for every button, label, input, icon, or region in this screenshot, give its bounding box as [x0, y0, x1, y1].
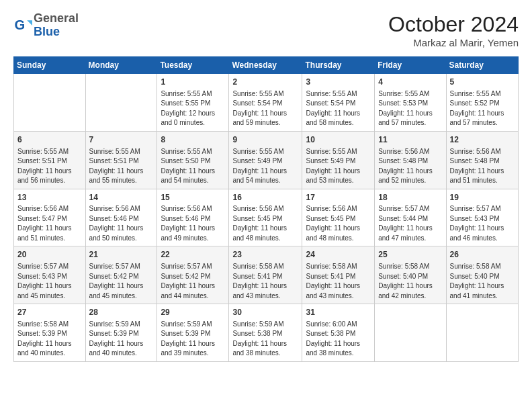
day-info: Sunrise: 5:58 AM Sunset: 5:41 PM Dayligh…: [232, 262, 298, 301]
day-number: 23: [232, 249, 298, 261]
calendar-cell: 31Sunrise: 6:00 AM Sunset: 5:38 PM Dayli…: [302, 304, 375, 362]
day-number: 15: [161, 192, 225, 203]
day-info: Sunrise: 5:56 AM Sunset: 5:48 PM Dayligh…: [450, 147, 515, 186]
calendar-cell: 5Sunrise: 5:55 AM Sunset: 5:52 PM Daylig…: [446, 74, 518, 132]
calendar-cell: 26Sunrise: 5:58 AM Sunset: 5:40 PM Dayli…: [446, 246, 518, 304]
day-number: 27: [17, 307, 82, 318]
day-number: 8: [161, 134, 225, 146]
calendar-week-row: 1Sunrise: 5:55 AM Sunset: 5:55 PM Daylig…: [14, 74, 519, 132]
day-number: 7: [89, 134, 154, 146]
calendar-cell: 24Sunrise: 5:58 AM Sunset: 5:41 PM Dayli…: [302, 246, 375, 304]
day-info: Sunrise: 5:56 AM Sunset: 5:46 PM Dayligh…: [89, 204, 154, 243]
svg-text:G: G: [15, 17, 26, 32]
calendar-cell: 30Sunrise: 5:59 AM Sunset: 5:38 PM Dayli…: [229, 304, 302, 362]
calendar-cell: 3Sunrise: 5:55 AM Sunset: 5:54 PM Daylig…: [302, 74, 375, 132]
day-info: Sunrise: 5:57 AM Sunset: 5:43 PM Dayligh…: [17, 262, 82, 301]
day-number: 28: [89, 307, 154, 318]
day-info: Sunrise: 5:59 AM Sunset: 5:38 PM Dayligh…: [232, 320, 298, 359]
day-number: 21: [89, 249, 154, 261]
calendar-cell: 14Sunrise: 5:56 AM Sunset: 5:46 PM Dayli…: [85, 189, 157, 246]
day-info: Sunrise: 5:55 AM Sunset: 5:51 PM Dayligh…: [89, 147, 154, 186]
calendar-cell: 21Sunrise: 5:57 AM Sunset: 5:42 PM Dayli…: [85, 246, 157, 304]
day-of-week-header: Saturday: [446, 57, 518, 74]
day-info: Sunrise: 5:56 AM Sunset: 5:47 PM Dayligh…: [17, 204, 82, 243]
day-info: Sunrise: 5:55 AM Sunset: 5:52 PM Dayligh…: [450, 89, 515, 128]
day-number: 30: [232, 307, 298, 318]
calendar-cell: 15Sunrise: 5:56 AM Sunset: 5:46 PM Dayli…: [157, 189, 229, 246]
day-info: Sunrise: 5:55 AM Sunset: 5:54 PM Dayligh…: [306, 89, 371, 128]
day-info: Sunrise: 5:55 AM Sunset: 5:55 PM Dayligh…: [161, 89, 225, 128]
day-info: Sunrise: 5:59 AM Sunset: 5:39 PM Dayligh…: [89, 320, 154, 359]
day-of-week-header: Tuesday: [157, 57, 229, 74]
calendar-cell: [85, 74, 157, 132]
day-of-week-header: Thursday: [302, 57, 375, 74]
calendar-cell: 2Sunrise: 5:55 AM Sunset: 5:54 PM Daylig…: [229, 74, 302, 132]
subtitle: Markaz al Marir, Yemen: [388, 37, 519, 48]
day-of-week-header: Sunday: [14, 57, 86, 74]
day-number: 11: [378, 134, 442, 146]
calendar-week-row: 13Sunrise: 5:56 AM Sunset: 5:47 PM Dayli…: [14, 189, 519, 246]
day-info: Sunrise: 5:56 AM Sunset: 5:46 PM Dayligh…: [161, 204, 225, 243]
calendar-cell: 6Sunrise: 5:55 AM Sunset: 5:51 PM Daylig…: [14, 131, 86, 189]
day-number: 24: [306, 249, 371, 261]
day-info: Sunrise: 5:57 AM Sunset: 5:44 PM Dayligh…: [378, 204, 442, 243]
calendar-cell: 10Sunrise: 5:55 AM Sunset: 5:49 PM Dayli…: [302, 131, 375, 189]
day-number: 16: [232, 192, 298, 203]
calendar-cell: [446, 304, 518, 362]
calendar-cell: [14, 74, 86, 132]
day-number: 5: [450, 77, 515, 88]
day-number: 31: [306, 307, 371, 318]
day-of-week-header: Wednesday: [229, 57, 302, 74]
day-info: Sunrise: 5:58 AM Sunset: 5:41 PM Dayligh…: [306, 262, 371, 301]
calendar-cell: 29Sunrise: 5:59 AM Sunset: 5:39 PM Dayli…: [157, 304, 229, 362]
calendar-cell: 18Sunrise: 5:57 AM Sunset: 5:44 PM Dayli…: [375, 189, 446, 246]
day-of-week-header: Monday: [85, 57, 157, 74]
calendar-cell: 19Sunrise: 5:57 AM Sunset: 5:43 PM Dayli…: [446, 189, 518, 246]
day-number: 2: [232, 77, 298, 88]
day-info: Sunrise: 5:57 AM Sunset: 5:42 PM Dayligh…: [161, 262, 225, 301]
calendar-cell: [375, 304, 446, 362]
calendar-cell: 28Sunrise: 5:59 AM Sunset: 5:39 PM Dayli…: [85, 304, 157, 362]
day-info: Sunrise: 5:56 AM Sunset: 5:48 PM Dayligh…: [378, 147, 442, 186]
logo-blue: Blue: [34, 25, 60, 38]
day-info: Sunrise: 5:57 AM Sunset: 5:43 PM Dayligh…: [450, 204, 515, 243]
day-info: Sunrise: 5:59 AM Sunset: 5:39 PM Dayligh…: [161, 320, 225, 359]
day-number: 20: [17, 249, 82, 261]
calendar-cell: 12Sunrise: 5:56 AM Sunset: 5:48 PM Dayli…: [446, 131, 518, 189]
calendar: SundayMondayTuesdayWednesdayThursdayFrid…: [13, 56, 519, 362]
day-info: Sunrise: 5:55 AM Sunset: 5:54 PM Dayligh…: [232, 89, 298, 128]
calendar-cell: 16Sunrise: 5:56 AM Sunset: 5:45 PM Dayli…: [229, 189, 302, 246]
day-info: Sunrise: 5:55 AM Sunset: 5:49 PM Dayligh…: [306, 147, 371, 186]
calendar-cell: 8Sunrise: 5:55 AM Sunset: 5:50 PM Daylig…: [157, 131, 229, 189]
logo-text: General Blue: [34, 12, 79, 39]
day-info: Sunrise: 5:55 AM Sunset: 5:49 PM Dayligh…: [232, 147, 298, 186]
day-number: 12: [450, 134, 515, 146]
day-number: 17: [306, 192, 371, 203]
header: G General Blue October 2024 Markaz al Ma…: [13, 12, 519, 48]
day-info: Sunrise: 5:55 AM Sunset: 5:53 PM Dayligh…: [378, 89, 442, 128]
calendar-cell: 23Sunrise: 5:58 AM Sunset: 5:41 PM Dayli…: [229, 246, 302, 304]
day-number: 19: [450, 192, 515, 203]
day-number: 1: [161, 77, 225, 88]
day-number: 14: [89, 192, 154, 203]
calendar-cell: 22Sunrise: 5:57 AM Sunset: 5:42 PM Dayli…: [157, 246, 229, 304]
day-number: 3: [306, 77, 371, 88]
day-number: 29: [161, 307, 225, 318]
day-info: Sunrise: 5:55 AM Sunset: 5:50 PM Dayligh…: [161, 147, 225, 186]
calendar-cell: 11Sunrise: 5:56 AM Sunset: 5:48 PM Dayli…: [375, 131, 446, 189]
calendar-cell: 25Sunrise: 5:58 AM Sunset: 5:40 PM Dayli…: [375, 246, 446, 304]
day-info: Sunrise: 5:58 AM Sunset: 5:39 PM Dayligh…: [17, 320, 82, 359]
calendar-cell: 9Sunrise: 5:55 AM Sunset: 5:49 PM Daylig…: [229, 131, 302, 189]
day-of-week-header: Friday: [375, 57, 446, 74]
calendar-cell: 7Sunrise: 5:55 AM Sunset: 5:51 PM Daylig…: [85, 131, 157, 189]
day-info: Sunrise: 5:57 AM Sunset: 5:42 PM Dayligh…: [89, 262, 154, 301]
day-number: 10: [306, 134, 371, 146]
calendar-cell: 20Sunrise: 5:57 AM Sunset: 5:43 PM Dayli…: [14, 246, 86, 304]
day-number: 9: [232, 134, 298, 146]
day-number: 25: [378, 249, 442, 261]
day-number: 13: [17, 192, 82, 203]
calendar-cell: 27Sunrise: 5:58 AM Sunset: 5:39 PM Dayli…: [14, 304, 86, 362]
day-info: Sunrise: 5:58 AM Sunset: 5:40 PM Dayligh…: [378, 262, 442, 301]
title-block: October 2024 Markaz al Marir, Yemen: [388, 12, 519, 48]
day-info: Sunrise: 5:58 AM Sunset: 5:40 PM Dayligh…: [450, 262, 515, 301]
